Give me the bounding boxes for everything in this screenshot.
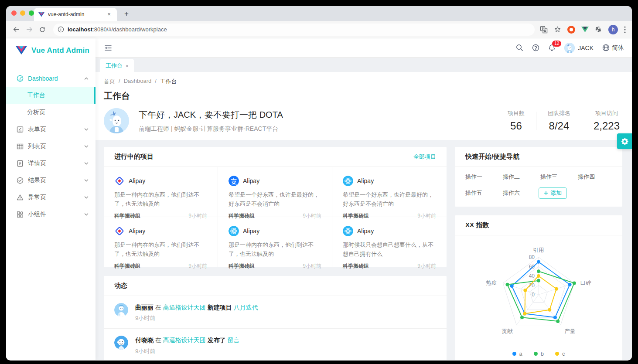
quicknav-link[interactable]: 操作三 [539, 173, 576, 181]
sidebar: Vue Antd Admin Dashboard 工作台 分析页 表单页 [6, 38, 96, 360]
react-icon [343, 226, 353, 236]
app-logo-text: Vue Antd Admin [31, 46, 89, 55]
project-card[interactable]: Alipay 那是一种内在的东西，他们到达不了，也无法触及的 科学搬砖组9小时前 [104, 167, 218, 217]
project-card[interactable]: Alipay 那是一种内在的东西，他们到达不了，也无法触及的 科学搬砖组9小时前 [218, 217, 332, 267]
toolbar-icons: h [540, 25, 628, 34]
quicknav-link[interactable]: 操作五 [464, 189, 501, 197]
project-card[interactable]: Alipay 希望是一个好东西，也许是最好的，好东西是不会消亡的 科学搬砖组9小… [332, 167, 447, 217]
zoom-window-button[interactable] [29, 10, 34, 16]
stats-row: 项目数 56 团队排名 8/24 项目访问 2,223 [496, 109, 622, 132]
close-window-button[interactable] [11, 10, 17, 16]
alipay-icon [229, 176, 239, 186]
sidebar-item-exceptions[interactable]: 异常页 [6, 189, 96, 206]
message-link[interactable]: 留言 [228, 337, 240, 344]
close-icon[interactable]: × [126, 63, 128, 68]
page-tab-bar: 工作台 × [96, 58, 632, 72]
app-root: Vue Antd Admin Dashboard 工作台 分析页 表单页 [6, 38, 632, 360]
legend-item[interactable]: c [555, 350, 565, 357]
legend-dot [512, 352, 516, 356]
projects-card: 进行中的项目 全部项目 Alipay 那是一种内在的东西，他们到达不了，也无法触… [104, 147, 447, 267]
react-icon [343, 176, 353, 186]
sidebar-item-workplace[interactable]: 工作台 [6, 87, 96, 104]
language-switcher[interactable]: 简体 [602, 44, 624, 52]
radar-plot: 020406080引用口碑产量贡献热度 [455, 239, 622, 349]
stat-projects: 项目数 56 [496, 109, 536, 132]
legend-label: c [562, 350, 565, 357]
breadcrumb-home[interactable]: 首页 [104, 78, 115, 85]
sidebar-item-forms[interactable]: 表单页 [6, 121, 96, 138]
tab-close-icon[interactable]: × [106, 11, 113, 18]
reload-icon[interactable] [37, 24, 48, 35]
chevron-down-icon [84, 144, 89, 149]
project-card[interactable]: Alipay 那时候我只会想自己想要什么，从不想自己拥有什么 科学搬砖组9小时前 [332, 217, 447, 267]
quicknav-card: 快速开始/便捷导航 操作一 操作二 操作三 操作四 操作五 操作六 添加 [455, 147, 622, 207]
projects-grid: Alipay 那是一种内在的东西，他们到达不了，也无法触及的 科学搬砖组9小时前… [104, 167, 447, 267]
breadcrumb-dashboard[interactable]: Dashboard [124, 78, 152, 85]
stat-team-rank: 团队排名 8/24 [536, 109, 582, 132]
stat-project-visits: 项目访问 2,223 [582, 109, 622, 132]
sidebar-item-dashboard[interactable]: Dashboard [6, 70, 96, 87]
widget-icon [17, 211, 24, 218]
user-menu[interactable]: JACK [564, 43, 594, 53]
theme-settings-button[interactable] [617, 133, 632, 149]
help-icon[interactable] [532, 44, 539, 51]
all-projects-link[interactable]: 全部项目 [413, 153, 436, 161]
browser-profile-avatar[interactable]: h [608, 25, 618, 34]
svg-text:80: 80 [529, 254, 535, 260]
address-bar[interactable]: localhost:8080/#/dashboard/workplace [53, 24, 535, 36]
group-link[interactable]: 高逼格设计天团 [163, 337, 206, 344]
activity-time: 9小时前 [135, 347, 240, 355]
sidebar-item-results[interactable]: 结果页 [6, 172, 96, 189]
legend-item[interactable]: b [534, 350, 544, 357]
sidebar-item-details[interactable]: 详情页 [6, 155, 96, 172]
radar-chart: 020406080引用口碑产量贡献热度 abc [455, 235, 622, 360]
kebab-menu-icon[interactable] [624, 26, 626, 33]
sidebar-item-widgets[interactable]: 小组件 [6, 206, 96, 223]
info-icon[interactable] [58, 26, 64, 33]
deer-avatar [104, 108, 129, 133]
notifications[interactable]: 12 [548, 44, 556, 51]
page-title: 工作台 [104, 90, 622, 102]
forward-icon[interactable] [24, 24, 35, 35]
back-icon[interactable] [10, 24, 22, 35]
extensions-puzzle-icon[interactable] [595, 26, 602, 33]
browser-tab[interactable]: vue-antd-admin × [34, 8, 117, 21]
new-tab-button[interactable]: + [121, 10, 132, 18]
avatar [114, 303, 128, 317]
quicknav-link[interactable]: 操作四 [576, 173, 614, 181]
legend-dot [534, 352, 538, 356]
vue-devtools-icon[interactable] [581, 27, 589, 32]
bookmark-star-icon[interactable] [554, 26, 561, 33]
translate-icon[interactable] [540, 26, 548, 34]
project-group-link[interactable]: 科学搬砖组 [343, 262, 369, 270]
legend-item[interactable]: a [512, 350, 522, 357]
menu-fold-icon[interactable] [104, 44, 112, 52]
quicknav-grid: 操作一 操作二 操作三 操作四 操作五 操作六 添加 [455, 167, 622, 207]
project-card[interactable]: Alipay 希望是一个好东西，也许是最好的，好东西是不会消亡的 科学搬砖组9小… [218, 167, 332, 217]
project-group-link[interactable]: 科学搬砖组 [229, 262, 255, 270]
sidebar-item-lists[interactable]: 列表页 [6, 138, 96, 155]
activity-title: 动态 [114, 282, 127, 290]
chevron-down-icon [84, 178, 89, 183]
username: JACK [578, 44, 594, 51]
form-icon [17, 126, 24, 133]
extension-orange-icon[interactable] [567, 26, 575, 34]
index-chart-card: XX 指数 020406080引用口碑产量贡献热度 abc [455, 215, 622, 360]
page-tab-workplace[interactable]: 工作台 × [100, 59, 134, 72]
group-link[interactable]: 高逼格设计天团 [163, 304, 206, 311]
add-button[interactable]: 添加 [539, 187, 567, 199]
search-icon[interactable] [516, 44, 523, 51]
profile-icon [17, 160, 24, 167]
sidebar-item-analysis[interactable]: 分析页 [6, 104, 96, 121]
project-group-link[interactable]: 科学搬砖组 [114, 262, 140, 270]
quicknav-link[interactable]: 操作六 [501, 189, 539, 197]
app-logo[interactable]: Vue Antd Admin [6, 38, 96, 63]
quicknav-link[interactable]: 操作一 [464, 173, 501, 181]
quicknav-link[interactable]: 操作二 [501, 173, 539, 181]
activity-list: 曲丽丽 在 高逼格设计天团 新建项目 八月迭代 9小时前 付晓晓 在 高逼格设计… [104, 296, 447, 360]
svg-text:产量: 产量 [565, 328, 576, 334]
minimize-window-button[interactable] [20, 10, 25, 16]
project-card[interactable]: Alipay 那是一种内在的东西，他们到达不了，也无法触及的 科学搬砖组9小时前 [104, 217, 218, 267]
project-link[interactable]: 八月迭代 [234, 304, 258, 311]
browser-tab-title: vue-antd-admin [48, 11, 102, 17]
